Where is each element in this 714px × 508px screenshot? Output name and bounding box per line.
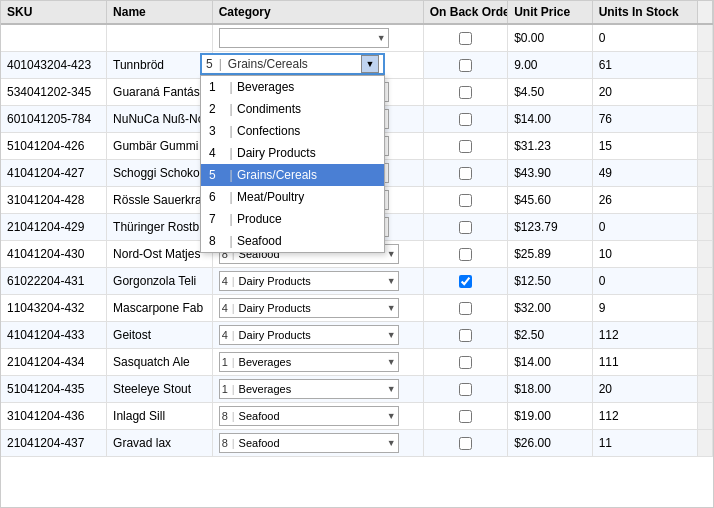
cat-num: 4: [222, 329, 228, 341]
cat-label: Dairy Products: [239, 275, 387, 287]
cat-sep: |: [232, 383, 235, 395]
cell-category[interactable]: 4 | Dairy Products ▼: [212, 322, 423, 349]
dropdown-arrow-icon: ▼: [387, 303, 396, 313]
backorder-checkbox[interactable]: [459, 140, 472, 153]
cell-sku: 51041204-435: [1, 376, 107, 403]
cell-category[interactable]: 1 | Beverages ▼: [212, 376, 423, 403]
cell-category[interactable]: ▼: [212, 24, 423, 52]
cat-num: 1: [222, 356, 228, 368]
scrollbar-cell: [698, 295, 713, 322]
cell-name: NuNuCa Nuß-No: [107, 106, 213, 133]
dropdown-item-label: Beverages: [237, 80, 376, 94]
cat-sep: |: [232, 275, 235, 287]
cell-unitsinstock: 0: [592, 214, 698, 241]
backorder-checkbox[interactable]: [459, 302, 472, 315]
cell-unitprice: $0.00: [508, 24, 592, 52]
dropdown-item-label: Condiments: [237, 102, 376, 116]
dropdown-item-seafood[interactable]: 8 | Seafood: [201, 230, 384, 252]
cell-unitsinstock: 20: [592, 79, 698, 106]
backorder-checkbox[interactable]: [459, 437, 472, 450]
backorder-checkbox[interactable]: [459, 194, 472, 207]
backorder-checkbox[interactable]: [459, 221, 472, 234]
backorder-checkbox[interactable]: [459, 59, 472, 72]
cell-category[interactable]: 8 | Seafood ▼: [212, 403, 423, 430]
inline-category-dropdown[interactable]: 8 | Seafood ▼: [219, 406, 399, 426]
inline-category-dropdown[interactable]: 4 | Dairy Products ▼: [219, 271, 399, 291]
inline-category-dropdown[interactable]: 8 | Seafood ▼: [219, 433, 399, 453]
table-row: 21041204-437 Gravad lax 8 | Seafood ▼ $2…: [1, 430, 713, 457]
cell-category[interactable]: 1 | Beverages ▼: [212, 349, 423, 376]
dropdown-item-confections[interactable]: 3 | Confections: [201, 120, 384, 142]
cell-unitprice: $31.23: [508, 133, 592, 160]
table-row-empty: ▼ $0.00 0: [1, 24, 713, 52]
dropdown-item-beverages[interactable]: 1 | Beverages: [201, 76, 384, 98]
inline-category-dropdown[interactable]: 1 | Beverages ▼: [219, 352, 399, 372]
cell-category[interactable]: 4 | Dairy Products ▼: [212, 268, 423, 295]
inline-category-dropdown[interactable]: 4 | Dairy Products ▼: [219, 298, 399, 318]
scrollbar-cell: [698, 160, 713, 187]
scrollbar-cell: [698, 52, 713, 79]
empty-category-dropdown[interactable]: ▼: [219, 28, 389, 48]
cell-sku: 534041202-345: [1, 79, 107, 106]
dropdown-arrow-icon: ▼: [387, 276, 396, 286]
dropdown-item-label: Grains/Cereals: [237, 168, 376, 182]
backorder-checkbox[interactable]: [459, 275, 472, 288]
cell-sku: 401043204-423: [1, 52, 107, 79]
cell-sku: 51041204-426: [1, 133, 107, 160]
cell-unitprice: $19.00: [508, 403, 592, 430]
dropdown-item-num: 8: [209, 234, 225, 248]
dropdown-item-num: 1: [209, 80, 225, 94]
dropdown-arrow-icon: ▼: [387, 330, 396, 340]
dropdown-item-meat-poultry[interactable]: 6 | Meat/Poultry: [201, 186, 384, 208]
cell-sku: 31041204-428: [1, 187, 107, 214]
backorder-checkbox[interactable]: [459, 32, 472, 45]
backorder-checkbox[interactable]: [459, 410, 472, 423]
cat-label: Beverages: [239, 383, 387, 395]
scrollbar-cell: [698, 322, 713, 349]
cell-unitprice: $45.60: [508, 187, 592, 214]
dropdown-item-sep: |: [225, 124, 237, 138]
cell-name: Mascarpone Fab: [107, 295, 213, 322]
cell-name: Guaraná Fantás: [107, 79, 213, 106]
cell-sku: 21041204-434: [1, 349, 107, 376]
dropdown-item-grains-cereals[interactable]: 5 | Grains/Cereals: [201, 164, 384, 186]
active-dropdown-trigger[interactable]: 5 | Grains/Cereals ▼: [200, 53, 385, 75]
dropdown-item-num: 2: [209, 102, 225, 116]
cell-sku: 31041204-436: [1, 403, 107, 430]
scrollbar-cell: [698, 214, 713, 241]
inline-category-dropdown[interactable]: 1 | Beverages ▼: [219, 379, 399, 399]
cell-unitsinstock: 20: [592, 376, 698, 403]
dropdown-item-label: Produce: [237, 212, 376, 226]
dropdown-item-label: Confections: [237, 124, 376, 138]
backorder-checkbox[interactable]: [459, 167, 472, 180]
backorder-checkbox[interactable]: [459, 329, 472, 342]
dropdown-arrow-icon: ▼: [387, 384, 396, 394]
cell-category[interactable]: 8 | Seafood ▼: [212, 430, 423, 457]
col-header-sku: SKU: [1, 1, 107, 24]
cell-backorder: [423, 106, 507, 133]
cat-num: 8: [222, 437, 228, 449]
backorder-checkbox[interactable]: [459, 383, 472, 396]
cell-name: Schoggi Schoko: [107, 160, 213, 187]
backorder-checkbox[interactable]: [459, 356, 472, 369]
active-dropdown-num: 5: [206, 57, 213, 71]
cell-name: Gravad lax: [107, 430, 213, 457]
active-dropdown-label: Grains/Cereals: [228, 57, 361, 71]
cell-unitsinstock: 26: [592, 187, 698, 214]
dropdown-item-dairy-products[interactable]: 4 | Dairy Products: [201, 142, 384, 164]
inline-category-dropdown[interactable]: 4 | Dairy Products ▼: [219, 325, 399, 345]
dropdown-item-num: 7: [209, 212, 225, 226]
cat-sep: |: [232, 302, 235, 314]
cell-name: Tunnbröd: [107, 52, 213, 79]
backorder-checkbox[interactable]: [459, 248, 472, 261]
cell-name: Rössle Sauerkra: [107, 187, 213, 214]
backorder-checkbox[interactable]: [459, 113, 472, 126]
dropdown-open-button[interactable]: ▼: [361, 55, 379, 73]
cell-category[interactable]: 4 | Dairy Products ▼: [212, 295, 423, 322]
cell-unitsinstock: 49: [592, 160, 698, 187]
dropdown-item-condiments[interactable]: 2 | Condiments: [201, 98, 384, 120]
cell-name: Gorgonzola Teli: [107, 268, 213, 295]
col-header-backorder: On Back Orde: [423, 1, 507, 24]
backorder-checkbox[interactable]: [459, 86, 472, 99]
dropdown-item-produce[interactable]: 7 | Produce: [201, 208, 384, 230]
